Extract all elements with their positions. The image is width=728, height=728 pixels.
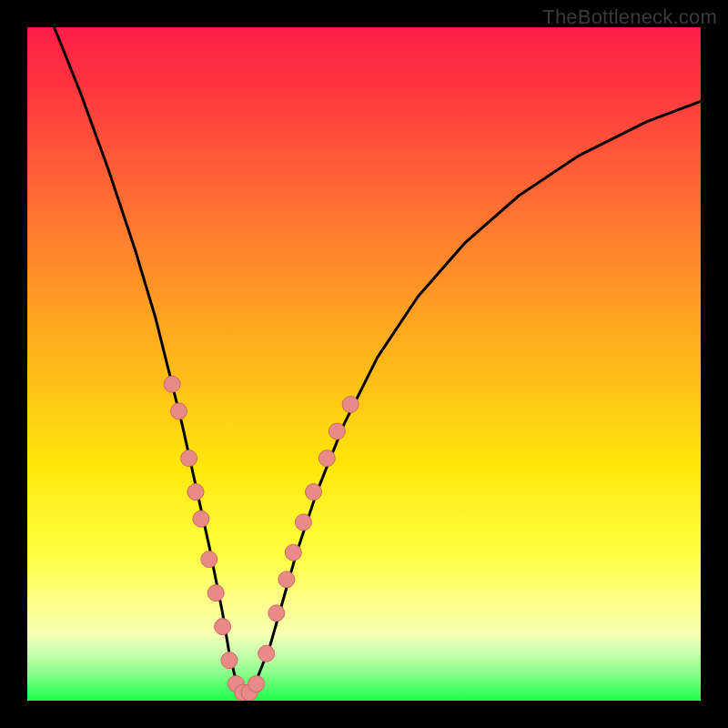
data-marker [215,619,231,635]
data-marker [187,484,204,500]
data-marker [171,403,187,420]
data-marker [318,450,335,467]
data-marker [342,396,359,412]
data-marker [285,544,301,561]
data-marker [329,423,345,440]
data-marker [193,511,209,527]
bottleneck-curve [55,27,701,694]
data-marker [164,376,180,392]
data-marker [258,645,275,662]
data-marker [295,514,311,531]
marker-layer [164,376,359,701]
watermark-text: TheBottleneck.com [542,5,717,29]
data-marker [268,605,285,622]
data-marker [306,484,322,500]
data-marker [221,652,238,669]
chart-plot-area [27,27,701,701]
curve-layer [55,27,701,694]
chart-svg [27,27,701,701]
data-marker [201,551,217,568]
data-marker [278,571,295,588]
data-marker [207,585,224,602]
chart-frame: TheBottleneck.com [0,0,728,728]
data-marker [181,450,197,467]
data-marker [248,676,265,693]
